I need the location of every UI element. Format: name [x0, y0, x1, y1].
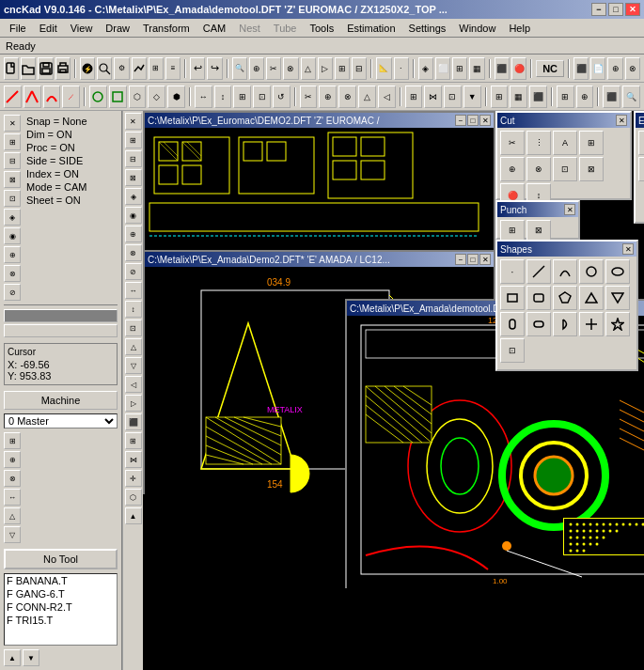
shape-dot-btn[interactable]: · — [500, 259, 525, 284]
tb-icon-4[interactable] — [132, 57, 147, 80]
edit-panel-title[interactable]: Edit ✕ — [636, 113, 644, 128]
tb2-icon-22[interactable]: ▦ — [510, 86, 527, 108]
tb2-icon-6[interactable]: ⬢ — [167, 86, 185, 108]
left-tb-btn-16[interactable]: ↔ — [4, 489, 21, 506]
shape-roundrect-btn[interactable] — [526, 286, 551, 310]
print-button[interactable] — [55, 57, 71, 80]
shape-rect-btn[interactable] — [500, 286, 525, 310]
tb2-icon-10[interactable]: ⊡ — [253, 86, 271, 108]
scroll-down-btn[interactable]: ▼ — [23, 649, 39, 666]
cut-btn-6[interactable]: ⊗ — [526, 157, 551, 181]
sub-window-1[interactable]: C:\Metalix\P\Ex_Euromac\DEMO2.DFT 'Z' EU… — [143, 111, 495, 250]
rv-btn-12[interactable]: ⊡ — [125, 319, 142, 336]
tb2-icon-18[interactable]: ⋈ — [424, 86, 442, 108]
rv-btn-4[interactable]: ⊠ — [125, 169, 142, 186]
cut-btn-5[interactable]: ⊕ — [500, 157, 525, 181]
left-tb-btn-9[interactable]: ⊗ — [4, 265, 21, 282]
tool-item-2[interactable]: F GANG-6.T — [5, 587, 117, 600]
shape-sloth-btn[interactable] — [526, 312, 551, 336]
tb-icon-3[interactable]: ⚙ — [114, 57, 129, 80]
menu-transform[interactable]: Transform — [137, 21, 196, 36]
left-tb-btn-11[interactable] — [4, 309, 118, 322]
left-tb-btn-6[interactable]: ◈ — [4, 209, 21, 226]
shapes-close-btn[interactable]: ✕ — [622, 243, 634, 255]
sw2-min[interactable]: − — [455, 254, 466, 265]
tb-icon-21[interactable]: ⬛ — [495, 57, 510, 80]
edit-btn-5[interactable]: ← — [638, 157, 644, 181]
rv-btn-19[interactable]: ⋈ — [125, 451, 142, 468]
cut-close-btn[interactable]: ✕ — [616, 115, 627, 126]
tb-icon-19[interactable]: ⊞ — [452, 57, 467, 80]
tb2-icon-12[interactable]: ✂ — [300, 86, 318, 108]
tb2-icon-21[interactable]: ⊞ — [491, 86, 509, 108]
shape-slotv-btn[interactable] — [500, 312, 525, 336]
punch-close-btn[interactable]: ✕ — [564, 204, 575, 215]
new-button[interactable] — [4, 57, 19, 80]
cut-panel-title[interactable]: Cut ✕ — [497, 113, 630, 128]
rv-btn-16[interactable]: ▷ — [125, 395, 142, 412]
menu-window[interactable]: Window — [453, 21, 501, 36]
rv-btn-9[interactable]: ⊘ — [125, 263, 142, 280]
rv-btn-11[interactable]: ↕ — [125, 301, 142, 318]
left-tb-btn-3[interactable]: ⊟ — [4, 152, 21, 169]
rv-btn-1[interactable]: ✕ — [125, 113, 142, 130]
tb2-icon-24[interactable]: ⊞ — [557, 86, 574, 108]
tb2-icon-8[interactable]: ↕ — [214, 86, 232, 108]
cut-btn-3[interactable]: A — [553, 131, 577, 155]
tb-icon-18[interactable]: ⬜ — [435, 57, 450, 80]
tb-icon-22[interactable]: 🔴 — [511, 57, 526, 80]
sw1-title[interactable]: C:\Metalix\P\Ex_Euromac\DEMO2.DFT 'Z' EU… — [145, 113, 494, 128]
cut-btn-8[interactable]: ⊠ — [579, 157, 604, 181]
cut-btn-2[interactable]: ⋮ — [526, 131, 551, 155]
tb2-icon-25[interactable]: ⊕ — [576, 86, 594, 108]
tb-icon-11[interactable]: △ — [301, 57, 316, 80]
rv-btn-3[interactable]: ⊟ — [125, 150, 142, 167]
rv-btn-17[interactable]: ⬛ — [125, 413, 142, 430]
tb2-icon-16[interactable]: ◁ — [378, 86, 396, 108]
rv-btn-15[interactable]: ◁ — [125, 376, 142, 393]
undo-button[interactable]: ↩ — [190, 57, 205, 80]
cut-btn-7[interactable]: ⊡ — [553, 157, 577, 181]
menu-file[interactable]: File — [4, 21, 32, 36]
tb-icon-14[interactable]: ⊟ — [352, 57, 367, 80]
edit-btn-1[interactable]: ⊕ — [638, 131, 644, 155]
left-tb-btn-13[interactable]: ⊞ — [4, 432, 21, 449]
sw2-close[interactable]: ✕ — [479, 254, 491, 265]
no-tool-button[interactable]: No Tool — [4, 549, 118, 569]
tb-icon-25[interactable]: ⊕ — [607, 57, 622, 80]
tb-icon-24[interactable]: 📄 — [590, 57, 605, 80]
rv-btn-21[interactable]: ⬡ — [125, 489, 142, 506]
tb2-icon-5[interactable]: ◇ — [148, 86, 165, 108]
rv-btn-10[interactable]: ↔ — [125, 282, 142, 299]
shape-oval-btn[interactable] — [605, 259, 630, 284]
tb-icon-17[interactable]: ◈ — [418, 57, 433, 80]
menu-tube[interactable]: Tube — [268, 21, 303, 36]
menu-help[interactable]: Help — [503, 21, 536, 36]
left-tb-btn-8[interactable]: ⊕ — [4, 246, 21, 263]
menu-draw[interactable]: Draw — [100, 21, 135, 36]
maximize-button[interactable]: □ — [608, 3, 623, 16]
tb-icon-20[interactable]: ▦ — [469, 57, 484, 80]
tb-icon-7[interactable]: 🔍 — [232, 57, 247, 80]
shape-custom-btn[interactable]: ⊡ — [500, 338, 525, 363]
punch-panel-title[interactable]: Punch ✕ — [497, 202, 578, 217]
tb2-icon-14[interactable]: ⊗ — [338, 86, 356, 108]
tb2-icon-1[interactable]: ⟋ — [62, 86, 80, 108]
sw1-min[interactable]: − — [455, 115, 466, 126]
shape-star-btn[interactable] — [605, 312, 630, 336]
tb-icon-26[interactable]: ⊗ — [625, 57, 640, 80]
line-button[interactable] — [4, 86, 22, 108]
rv-btn-5[interactable]: ◈ — [125, 188, 142, 205]
minimize-button[interactable]: − — [591, 3, 606, 16]
shape-line-btn[interactable] — [526, 259, 551, 284]
left-tb-btn-17[interactable]: △ — [4, 507, 21, 524]
machine-button[interactable]: Machine — [4, 391, 118, 410]
punch-btn-1[interactable]: ⊞ — [500, 220, 525, 241]
tb2-icon-23[interactable]: ⬛ — [529, 86, 547, 108]
left-tb-btn-12[interactable] — [4, 324, 118, 337]
tb-icon-5[interactable]: ⊞ — [149, 57, 164, 80]
redo-button[interactable]: ↪ — [207, 57, 222, 80]
tool-item-4[interactable]: F TRI15.T — [5, 614, 117, 627]
tb-icon-2[interactable] — [97, 57, 112, 80]
menu-edit[interactable]: Edit — [34, 21, 63, 36]
